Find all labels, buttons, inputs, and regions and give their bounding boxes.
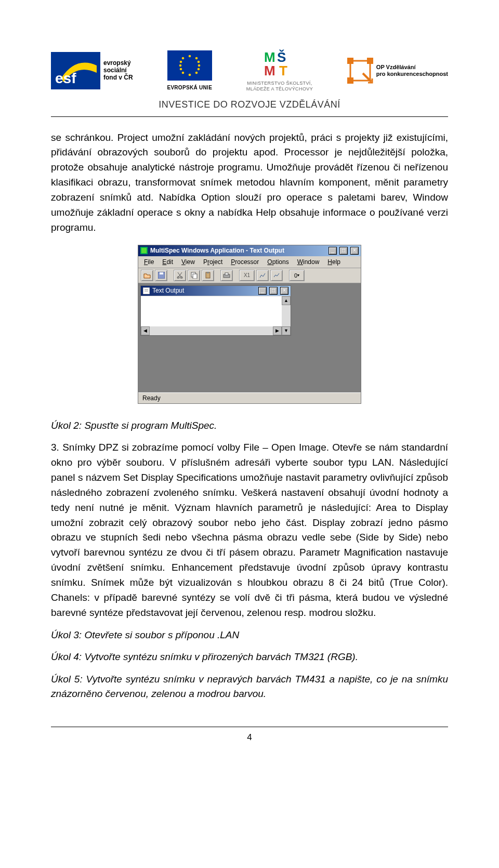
save-icon[interactable] <box>155 270 167 281</box>
task-2: Úkol 2: Spusťte si program MultiSpec. <box>51 418 448 433</box>
menu-file[interactable]: File <box>140 257 157 267</box>
op-label-1: OP Vzdělávání <box>376 64 448 71</box>
msmt-logo: M Š M T MINISTERSTVO ŠKOLSTVÍ, MLÁDEŽE A… <box>246 49 313 92</box>
svg-point-4 <box>188 74 191 76</box>
paragraph-2: 3. Snímky DPZ si zobrazíme pomocí volby … <box>51 440 448 621</box>
menu-project[interactable]: Project <box>200 257 226 267</box>
sub-minimize-button[interactable]: _ <box>258 287 267 295</box>
svg-rect-21 <box>367 58 373 64</box>
scroll-up-icon[interactable]: ▲ <box>282 296 291 305</box>
svg-point-3 <box>188 55 191 58</box>
titlebar[interactable]: MultiSpec Windows Application - Text Out… <box>138 245 361 256</box>
task-5: Úkol 5: Vytvořte syntézu snímku v neprav… <box>51 672 448 702</box>
op-logo: OP Vzdělávání pro konkurenceschopnost <box>347 58 448 84</box>
header-divider <box>51 116 448 117</box>
status-text: Ready <box>142 394 161 402</box>
eu-label: EVROPSKÁ UNIE <box>167 85 212 90</box>
menu-edit[interactable]: Edit <box>159 257 177 267</box>
svg-rect-20 <box>347 58 353 64</box>
copy-icon[interactable] <box>188 270 200 281</box>
menu-help[interactable]: Help <box>324 257 344 267</box>
zoom-reset-button[interactable]: X1 <box>239 270 255 281</box>
op-label-2: pro konkurenceschopnost <box>376 71 448 77</box>
horizontal-scrollbar[interactable]: ◀ ▶ ▼ <box>141 326 291 335</box>
page-number: 4 <box>51 732 448 743</box>
op-icon <box>347 58 373 84</box>
svg-point-8 <box>195 57 198 60</box>
svg-point-12 <box>197 61 200 63</box>
svg-rect-26 <box>160 272 163 274</box>
overlay-button[interactable]: 0▾ <box>289 270 305 281</box>
scroll-down-icon[interactable]: ▼ <box>282 326 291 335</box>
menubar: File Edit View Project Processor Options… <box>138 256 361 268</box>
scroll-right-icon[interactable]: ▶ <box>273 326 282 335</box>
svg-point-14 <box>197 68 200 71</box>
menu-options[interactable]: Options <box>264 257 292 267</box>
vertical-scrollbar[interactable]: ▲ <box>282 296 291 326</box>
mdi-client-area: Text Output _ □ × ▲ ◀ ▶ ▼ <box>138 283 361 392</box>
svg-point-9 <box>181 72 184 74</box>
app-window: MultiSpec Windows Application - Text Out… <box>138 245 361 404</box>
scroll-left-icon[interactable]: ◀ <box>141 326 150 335</box>
svg-text:esf: esf <box>55 70 76 86</box>
msmt-icon: M Š M T <box>261 49 298 77</box>
svg-rect-30 <box>193 274 197 279</box>
sub-maximize-button[interactable]: □ <box>269 287 278 295</box>
svg-point-5 <box>179 64 181 67</box>
paragraph-1: se schránkou. Project umožní zakládání n… <box>51 130 448 235</box>
svg-rect-24 <box>141 248 147 253</box>
sub-close-button[interactable]: × <box>280 287 288 295</box>
msmt-label-1: MINISTERSTVO ŠKOLSTVÍ, <box>246 81 313 86</box>
eu-logo: EVROPSKÁ UNIE <box>167 50 212 90</box>
open-icon[interactable] <box>141 270 153 281</box>
zoom-out-icon[interactable] <box>270 270 283 281</box>
msmt-label-2: MLÁDEŽE A TĚLOVÝCHOVY <box>246 86 313 92</box>
svg-point-6 <box>198 64 200 67</box>
window-title: MultiSpec Windows Application - Text Out… <box>150 247 326 254</box>
menu-window[interactable]: Window <box>294 257 323 267</box>
document-icon <box>143 287 150 294</box>
svg-rect-34 <box>225 273 228 275</box>
toolbar: X1 0▾ <box>138 268 361 283</box>
esf-logo: esf evropský sociální fond v ČR <box>51 52 133 89</box>
statusbar: Ready <box>138 392 361 403</box>
menu-view[interactable]: View <box>178 257 199 267</box>
svg-rect-22 <box>347 77 353 84</box>
minimize-button[interactable]: _ <box>329 247 337 255</box>
text-output-window: Text Output _ □ × ▲ ◀ ▶ ▼ <box>140 285 291 336</box>
close-button[interactable]: × <box>350 247 359 255</box>
print-icon[interactable] <box>220 270 233 281</box>
menu-processor[interactable]: Processor <box>227 257 262 267</box>
svg-point-10 <box>195 72 198 74</box>
esf-label-2: sociální <box>103 67 133 74</box>
cut-icon[interactable] <box>174 270 186 281</box>
svg-point-13 <box>179 68 182 71</box>
sub-titlebar[interactable]: Text Output _ □ × <box>141 286 291 296</box>
eu-flag-icon <box>167 50 212 81</box>
maximize-button[interactable]: □ <box>339 247 348 255</box>
task-3: Úkol 3: Otevřete si soubor s příponou .L… <box>51 628 448 643</box>
header-logo-strip: esf evropský sociální fond v ČR <box>51 49 448 92</box>
svg-rect-32 <box>207 272 209 273</box>
investice-heading: INVESTICE DO ROZVOJE VZDĚLÁVÁNÍ <box>51 99 448 110</box>
footer-divider <box>51 727 448 727</box>
esf-icon: esf <box>51 52 100 89</box>
svg-point-7 <box>181 57 184 60</box>
text-output-body: ▲ ◀ ▶ ▼ <box>141 296 291 335</box>
paste-icon[interactable] <box>202 270 214 281</box>
svg-text:T: T <box>279 63 287 77</box>
task-4: Úkol 4: Vytvořte syntézu snímku v přiroz… <box>51 650 448 665</box>
esf-label-3: fond v ČR <box>103 74 133 82</box>
app-icon <box>140 247 148 254</box>
svg-point-11 <box>179 61 182 63</box>
esf-label-1: evropský <box>103 60 133 67</box>
svg-rect-2 <box>167 50 212 81</box>
zoom-in-icon[interactable] <box>256 270 269 281</box>
svg-text:M: M <box>264 63 275 77</box>
sub-window-title: Text Output <box>152 287 256 294</box>
